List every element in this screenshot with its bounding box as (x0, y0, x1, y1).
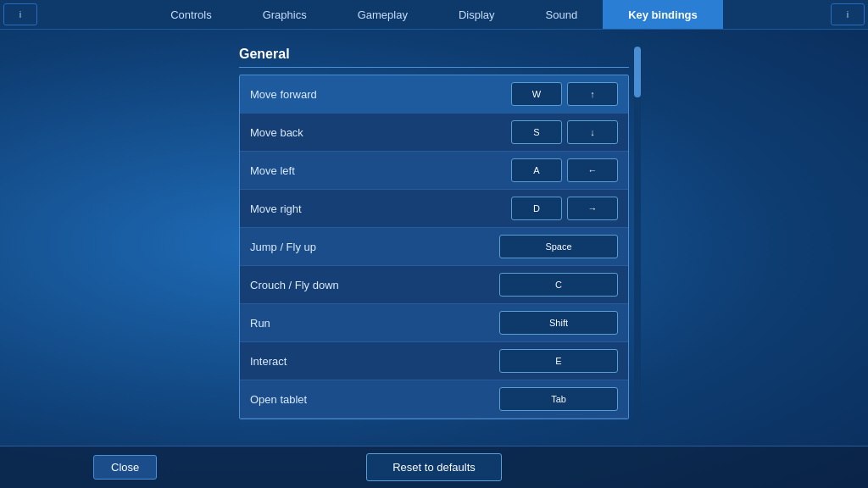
binding-row: RunShift (240, 304, 628, 342)
binding-keys-8: Tab (499, 387, 618, 411)
top-nav-bar: i ControlsGraphicsGameplayDisplaySoundKe… (0, 0, 868, 30)
key-btn-5-0[interactable]: C (499, 273, 618, 297)
scrollbar-track[interactable] (634, 47, 641, 446)
nav-tab-display[interactable]: Display (433, 0, 520, 29)
binding-label-4: Jump / Fly up (250, 241, 499, 253)
key-btn-1-0[interactable]: S (511, 120, 562, 144)
binding-keys-2: A← (511, 158, 618, 182)
binding-row: Move rightD→ (240, 190, 628, 228)
nav-right-corner[interactable]: i (831, 3, 865, 25)
binding-keys-6: Shift (499, 311, 618, 335)
key-btn-7-0[interactable]: E (499, 349, 618, 373)
binding-row: Move backS↓ (240, 114, 628, 152)
settings-panel: General Move forwardW↑Move backS↓Move le… (239, 47, 629, 446)
binding-label-6: Run (250, 317, 499, 330)
binding-row: Move forwardW↑ (240, 75, 628, 114)
binding-keys-7: E (499, 349, 618, 373)
binding-row: InteractE (240, 342, 628, 380)
binding-label-7: Interact (250, 355, 499, 368)
key-btn-0-0[interactable]: W (511, 82, 562, 106)
binding-label-2: Move left (250, 164, 511, 177)
key-btn-6-0[interactable]: Shift (499, 311, 618, 335)
binding-row: Move leftA← (240, 152, 628, 190)
binding-label-8: Open tablet (250, 393, 499, 406)
section-title: General (239, 47, 629, 68)
key-btn-8-0[interactable]: Tab (499, 387, 618, 411)
nav-tab-graphics[interactable]: Graphics (237, 0, 332, 29)
key-btn-3-0[interactable]: D (511, 197, 562, 220)
binding-keys-4: Space (499, 235, 618, 258)
binding-label-0: Move forward (250, 88, 511, 101)
nav-left-corner[interactable]: i (3, 3, 37, 25)
binding-row: Open tabletTab (240, 380, 628, 419)
key-btn-1-1[interactable]: ↓ (567, 120, 618, 144)
binding-label-5: Crouch / Fly down (250, 279, 499, 291)
binding-keys-3: D→ (511, 197, 618, 220)
binding-label-1: Move back (250, 126, 511, 139)
scrollbar-thumb[interactable] (634, 47, 641, 97)
nav-tab-keybindings[interactable]: Key bindings (603, 0, 723, 29)
key-btn-2-1[interactable]: ← (567, 158, 618, 182)
binding-keys-0: W↑ (511, 82, 618, 106)
key-btn-3-1[interactable]: → (567, 197, 618, 220)
nav-tab-controls[interactable]: Controls (145, 0, 236, 29)
main-content: General Move forwardW↑Move backS↓Move le… (0, 30, 868, 446)
binding-keys-1: S↓ (511, 120, 618, 144)
binding-label-3: Move right (250, 202, 511, 215)
key-btn-0-1[interactable]: ↑ (567, 82, 618, 106)
nav-tab-gameplay[interactable]: Gameplay (332, 0, 433, 29)
bottom-bar: Close Reset to defaults (0, 446, 868, 488)
binding-keys-5: C (499, 273, 618, 297)
nav-tab-sound[interactable]: Sound (520, 0, 604, 29)
key-btn-4-0[interactable]: Space (499, 235, 618, 258)
bindings-list[interactable]: Move forwardW↑Move backS↓Move leftA←Move… (239, 75, 629, 419)
nav-tabs: ControlsGraphicsGameplayDisplaySoundKey … (41, 0, 827, 29)
binding-row: Crouch / Fly downC (240, 266, 628, 304)
binding-row: Jump / Fly upSpace (240, 228, 628, 266)
key-btn-2-0[interactable]: A (511, 158, 562, 182)
reset-button[interactable]: Reset to defaults (366, 453, 502, 481)
close-button[interactable]: Close (93, 455, 157, 480)
